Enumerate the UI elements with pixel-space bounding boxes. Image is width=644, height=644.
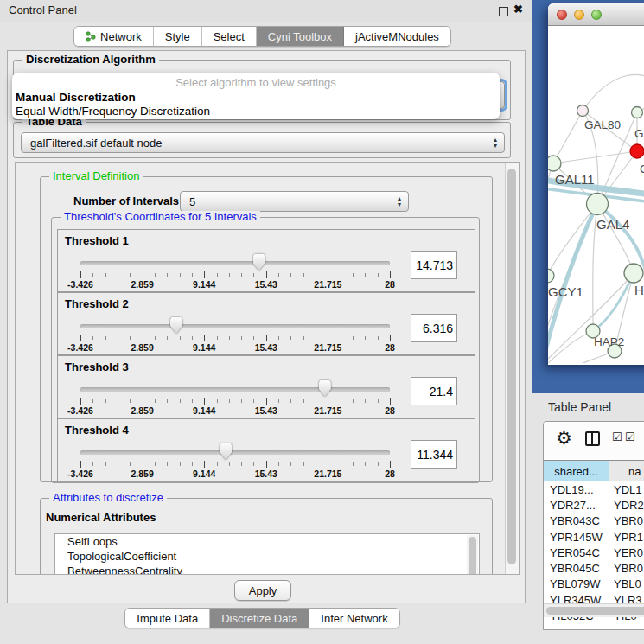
gear-icon[interactable]: ⚙ xyxy=(556,428,572,449)
slider-track[interactable] xyxy=(80,387,390,392)
slider-ticks xyxy=(80,461,390,468)
threshold-4-value[interactable]: 11.344 xyxy=(411,440,457,469)
tab-cyni-toolbox[interactable]: Cyni Toolbox xyxy=(257,27,344,46)
threshold-2-slider[interactable]: -3.4262.8599.14415.4321.71528 xyxy=(80,317,390,354)
threshold-3-slider[interactable]: -3.4262.8599.14415.4321.71528 xyxy=(80,380,390,417)
slider-thumb[interactable] xyxy=(170,317,182,334)
threshold-2-panel: Threshold 2 -3.4262.8599.14415.4321.7152… xyxy=(57,292,475,355)
table-row[interactable]: YDR27...YDR2 xyxy=(544,497,644,513)
threshold-1-slider[interactable]: -3.4262.8599.14415.4321.71528 xyxy=(80,254,390,290)
float-window-icon[interactable] xyxy=(499,7,508,16)
table-row[interactable]: YPR145WYPR1 xyxy=(544,529,644,545)
network-canvas[interactable]: GAL80 GA C GAL11 GAL4 GCY1 H HAP2 xyxy=(548,26,644,363)
popup-hint: Select algorithm to view settings xyxy=(12,76,500,89)
table-panel: Table Panel ⚙ ☑ ☑ shared... na YDL19...Y… xyxy=(532,393,644,644)
network-view-window: GAL80 GA C GAL11 GAL4 GCY1 H HAP2 xyxy=(548,3,644,365)
combo-spinner-icon: ▴▾ xyxy=(398,195,401,207)
scrollbar-thumb[interactable] xyxy=(507,169,516,564)
control-panel-window: Control Panel ✖ Network Style Sel xyxy=(0,0,532,644)
tab-network-label: Network xyxy=(100,30,142,43)
tab-discretize-data[interactable]: Discretize Data xyxy=(210,609,309,628)
table-row[interactable]: YBL079WYBL0 xyxy=(544,577,644,592)
network-graph xyxy=(548,26,644,363)
zoom-button[interactable] xyxy=(591,10,602,20)
slider-thumb[interactable] xyxy=(319,380,331,397)
threshold-4-label: Threshold 4 xyxy=(65,424,129,437)
slider-ticks xyxy=(80,271,390,278)
node-table-window: ⚙ ☑ ☑ shared... na YDL19...YDL1 YDR27...… xyxy=(543,421,644,630)
threshold-1-value[interactable]: 14.713 xyxy=(411,251,457,279)
table-row[interactable]: YDL19...YDL1 xyxy=(544,481,644,497)
close-panel-icon[interactable]: ✖ xyxy=(513,3,523,16)
apply-button[interactable]: Apply xyxy=(234,580,291,601)
table-row[interactable]: YER054CYER0 xyxy=(544,545,644,560)
checkbox-select-all-icon[interactable]: ☑ xyxy=(612,430,622,443)
list-item[interactable]: SelfLoops xyxy=(55,534,479,549)
close-button[interactable] xyxy=(557,10,567,20)
node-label: GA xyxy=(634,127,644,140)
node-label: GAL80 xyxy=(584,118,621,131)
table-data-group: Table Data galFiltered.sif default node … xyxy=(13,122,511,158)
numerical-attributes-list[interactable]: SelfLoops TopologicalCoefficient Between… xyxy=(54,533,480,575)
network-icon xyxy=(86,31,96,42)
interval-definition-group: Interval Definition Number of Intervals … xyxy=(40,176,493,482)
interval-definition-label: Interval Definition xyxy=(49,170,143,182)
split-columns-icon[interactable] xyxy=(585,431,600,446)
number-of-intervals-label: Number of Intervals xyxy=(73,194,179,207)
network-window-titlebar[interactable] xyxy=(548,3,644,26)
tab-impute-data[interactable]: Impute Data xyxy=(125,609,210,628)
threshold-3-label: Threshold 3 xyxy=(65,360,129,373)
checkbox-select-none-icon[interactable]: ☑ xyxy=(625,430,635,443)
threshold-2-value[interactable]: 6.316 xyxy=(411,314,457,342)
column-header-name[interactable]: na xyxy=(609,461,644,482)
tab-jactivemnodules[interactable]: jActiveMNodules xyxy=(344,27,450,46)
slider-ticks xyxy=(80,398,390,405)
tab-style[interactable]: Style xyxy=(154,27,202,46)
tab-infer-network[interactable]: Infer Network xyxy=(309,609,399,628)
slider-track[interactable] xyxy=(80,324,390,328)
slider-scale: -3.4262.8599.14415.4321.71528 xyxy=(80,405,390,416)
settings-vertical-scrollbar[interactable] xyxy=(505,163,519,574)
slider-thumb[interactable] xyxy=(253,254,265,271)
tab-network[interactable]: Network xyxy=(74,27,154,46)
column-header-shared-name[interactable]: shared... xyxy=(544,461,609,482)
popup-option-equal-width-frequency[interactable]: Equal Width/Frequency Discretization xyxy=(16,105,210,118)
table-toolbar: ⚙ ☑ ☑ xyxy=(544,422,644,460)
table-data-value: galFiltered.sif default node xyxy=(30,137,162,150)
slider-track[interactable] xyxy=(80,261,390,265)
threshold-3-value[interactable]: 21.4 xyxy=(411,377,457,405)
bottom-tabs: Impute Data Discretize Data Infer Networ… xyxy=(0,608,525,628)
node-label: GAL11 xyxy=(555,172,595,187)
list-item[interactable]: TopologicalCoefficient xyxy=(55,549,479,564)
slider-track[interactable] xyxy=(80,450,390,455)
thresholds-group-label: Threshold's Coordinates for 5 Intervals xyxy=(61,211,260,223)
slider-ticks xyxy=(80,335,390,341)
table-data-combobox[interactable]: galFiltered.sif default node ▴▾ xyxy=(21,132,505,153)
combo-spinner-icon: ▴▾ xyxy=(494,137,497,149)
popup-option-manual-discretization[interactable]: Manual Discretization xyxy=(16,91,136,104)
threshold-3-panel: Threshold 3 -3.4262.8599.14415.4321.7152… xyxy=(57,355,475,418)
slider-thumb[interactable] xyxy=(220,443,232,460)
number-of-intervals-combobox[interactable]: 5 ▴▾ xyxy=(180,191,409,212)
thresholds-group: Threshold's Coordinates for 5 Intervals … xyxy=(51,217,480,483)
algorithm-dropdown-popup: Select algorithm to view settings Manual… xyxy=(12,73,500,119)
table-panel-title: Table Panel xyxy=(548,400,611,414)
table-row[interactable]: YBR045CYBR0 xyxy=(544,560,644,576)
table-horizontal-scrollbar[interactable] xyxy=(544,603,644,617)
threshold-2-label: Threshold 2 xyxy=(65,297,129,310)
threshold-1-panel: Threshold 1 -3.4262.8599.14415.4321.7152… xyxy=(57,229,475,292)
table-header: shared... na xyxy=(544,460,644,483)
attributes-list-scrollbar[interactable] xyxy=(467,535,478,575)
attributes-group: Attributes to discretize Numerical Attri… xyxy=(40,498,493,575)
attributes-group-label: Attributes to discretize xyxy=(49,492,167,504)
node-label: H xyxy=(634,283,644,297)
minimize-button[interactable] xyxy=(574,10,584,20)
scrollbar-thumb[interactable] xyxy=(546,607,644,615)
threshold-1-label: Threshold 1 xyxy=(65,234,129,247)
threshold-4-slider[interactable]: -3.4262.8599.14415.4321.71528 xyxy=(80,443,390,480)
control-panel-titlebar[interactable]: Control Panel ✖ xyxy=(0,0,532,22)
list-item[interactable]: BetweennessCentrality xyxy=(55,564,479,575)
table-row[interactable]: YBR043CYBR0 xyxy=(544,513,644,529)
tab-select[interactable]: Select xyxy=(202,27,257,46)
control-panel-tabs: Network Style Select Cyni Toolbox jActiv… xyxy=(0,26,525,47)
